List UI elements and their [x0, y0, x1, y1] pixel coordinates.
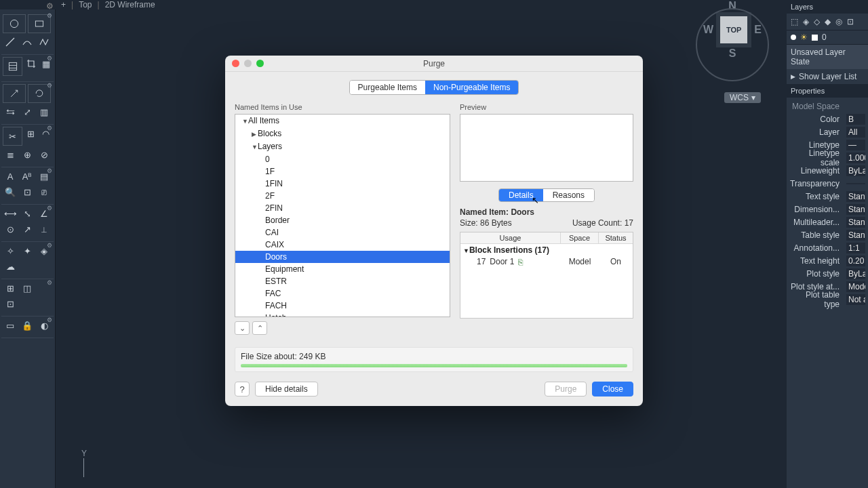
attribute-tool[interactable]: ⎚ [37, 185, 52, 199]
property-value[interactable]: B [846, 114, 865, 125]
property-value[interactable]: Stand [846, 217, 865, 228]
usage-group-row[interactable]: ▼Block Insertions (17) [460, 244, 633, 256]
property-row[interactable]: Dimension...Stand [789, 203, 865, 216]
view-name[interactable]: Top [79, 0, 92, 9]
property-row[interactable]: Plot table typeNot a [789, 293, 865, 306]
gear-icon[interactable]: ⚙ [47, 55, 52, 62]
dim-radius-tool[interactable]: ⊙ [3, 222, 18, 236]
tree-item[interactable]: ▶Blocks [235, 127, 450, 140]
tree-item[interactable]: Hatch [235, 312, 450, 317]
viewcube[interactable]: N W TOP E S WCS▾ [692, 0, 773, 102]
tree-item[interactable]: FACH [235, 300, 450, 312]
layer-icon[interactable]: ◎ [835, 17, 842, 26]
property-row[interactable]: LineweightByLa [789, 164, 865, 177]
dim-leader-tool[interactable]: ↗ [20, 222, 35, 236]
tab-non-purgeable[interactable]: Non-Purgeable Items [425, 81, 518, 94]
property-row[interactable]: Plot styleByLa [789, 267, 865, 280]
property-value[interactable]: Stand [846, 204, 865, 215]
gear-icon[interactable]: ⚙ [47, 125, 52, 131]
join-tool[interactable]: ⊕ [20, 148, 35, 161]
gear-icon[interactable]: ⚙ [47, 205, 52, 211]
polyline-tool[interactable] [37, 35, 52, 49]
goto-icon[interactable]: ⎘ [518, 258, 526, 266]
expand-all-button[interactable]: ⌄ [235, 321, 250, 335]
extend-tool[interactable]: ⊞ [24, 127, 37, 140]
layer-tool[interactable]: ▭ [3, 319, 18, 332]
property-value[interactable]: All [846, 127, 865, 138]
coord-system-selector[interactable]: WCS▾ [724, 92, 761, 103]
property-value[interactable]: ByLa [846, 165, 865, 176]
col-space[interactable]: Space [561, 232, 599, 243]
layer-icon[interactable]: ⊡ [847, 17, 854, 26]
scale-tool[interactable]: ⤢ [20, 105, 35, 119]
crop-tool[interactable] [24, 57, 37, 70]
circle-tool[interactable] [3, 14, 26, 33]
property-value[interactable]: Not a [846, 294, 865, 305]
move-tool[interactable] [3, 84, 26, 103]
mirror-tool[interactable]: ⮀ [3, 105, 18, 119]
help-button[interactable]: ? [235, 382, 250, 396]
leader-tool[interactable]: ✧ [3, 244, 18, 258]
usage-row[interactable]: 17 Door 1 ⎘ModelOn [460, 256, 633, 267]
tree-item[interactable]: 2F [235, 190, 450, 202]
named-items-tree[interactable]: ▼All Items▶Blocks▼Layers01F1FIN2F2FINBor… [235, 114, 450, 317]
gear-icon[interactable]: ⚙ [47, 317, 52, 323]
collapse-all-button[interactable]: ⌃ [252, 321, 267, 335]
tree-item[interactable]: 1F [235, 165, 450, 178]
trim-tool[interactable]: ✂ [3, 127, 22, 146]
line-tool[interactable] [3, 35, 18, 49]
tree-item[interactable]: ESTR [235, 275, 450, 287]
tree-item[interactable]: FAC [235, 287, 450, 300]
property-value[interactable]: 1:1 [846, 243, 865, 253]
text-tool[interactable]: A [3, 169, 18, 183]
gear-icon[interactable]: ⚙ [47, 82, 52, 89]
visual-style[interactable]: 2D Wireframe [105, 0, 155, 9]
offset-tool[interactable]: ≣ [3, 148, 18, 161]
gear-icon[interactable]: ⚙ [47, 279, 52, 286]
property-value[interactable] [846, 183, 865, 184]
xref-tool[interactable]: ⊡ [3, 297, 18, 310]
tab-reasons[interactable]: Reasons [543, 189, 594, 201]
mtext-tool[interactable]: Aᴮ [20, 169, 35, 183]
break-tool[interactable]: ⊘ [37, 148, 52, 161]
property-row[interactable]: Text styleStand [789, 190, 865, 203]
hide-details-button[interactable]: Hide details [255, 382, 318, 396]
layer-swatch[interactable] [812, 35, 818, 41]
property-row[interactable]: Text height0.20 [789, 254, 865, 267]
tree-item[interactable]: CAI [235, 226, 450, 239]
dialog-titlebar[interactable]: Purge [225, 56, 643, 72]
show-layer-list[interactable]: ▶ Show Layer List [787, 69, 868, 84]
property-value[interactable]: 1.000 [846, 152, 865, 163]
tree-item[interactable]: Doors [235, 251, 450, 263]
property-row[interactable]: Linetype scale1.000 [789, 151, 865, 164]
current-layer-row[interactable]: ☀ 0 [787, 30, 868, 45]
block-create-tool[interactable]: ◫ [20, 281, 35, 295]
cloud-tool[interactable]: ☁ [3, 260, 18, 273]
tree-item[interactable]: CAIX [235, 239, 450, 251]
tree-item[interactable]: Border [235, 214, 450, 226]
tree-item[interactable]: ▼Layers [235, 140, 450, 153]
property-value[interactable]: Mode [846, 281, 865, 292]
property-row[interactable]: Table styleStand [789, 228, 865, 241]
property-row[interactable]: Annotation...1:1 [789, 241, 865, 254]
property-row[interactable]: Multileader...Stand [789, 216, 865, 228]
array-tool[interactable]: ▥ [37, 105, 52, 119]
tab-purgeable[interactable]: Purgeable Items [350, 81, 425, 94]
hatch-tool[interactable] [3, 57, 22, 76]
property-value[interactable]: Stand [846, 191, 865, 202]
property-row[interactable]: LayerAll [789, 125, 865, 138]
layer-lock-tool[interactable]: 🔒 [20, 319, 35, 332]
dim-ordinate-tool[interactable]: ⟂ [37, 222, 52, 236]
arc-tool[interactable] [20, 35, 35, 49]
block-insert-tool[interactable]: ⊞ [3, 281, 18, 295]
tree-item[interactable]: ▼All Items [235, 115, 450, 127]
dim-aligned-tool[interactable]: ⤡ [20, 207, 35, 220]
tab-details[interactable]: Details [499, 189, 543, 201]
property-row[interactable]: Transparency [789, 177, 865, 190]
tree-item[interactable]: 1FIN [235, 178, 450, 190]
property-value[interactable]: 0.20 [846, 256, 865, 266]
property-value[interactable]: — [846, 140, 865, 150]
tree-item[interactable]: 2FIN [235, 202, 450, 214]
mleader-tool[interactable]: ✦ [20, 244, 35, 258]
layer-icon[interactable]: ◈ [803, 17, 809, 26]
